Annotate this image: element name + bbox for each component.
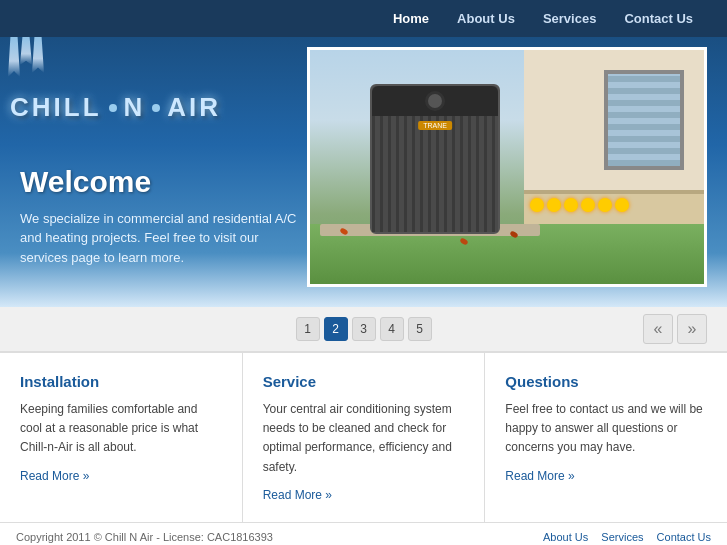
- carousel-nav: 1 2 3 4 5 « »: [0, 307, 727, 352]
- installation-column: Installation Keeping families comfortabl…: [0, 353, 243, 522]
- ac-brand-label: TRANE: [418, 121, 452, 130]
- flower: [564, 198, 578, 212]
- leaf: [459, 237, 468, 245]
- window: [604, 70, 684, 170]
- hero-body: We specialize in commercial and resident…: [20, 209, 300, 268]
- nav-about[interactable]: About Us: [443, 11, 529, 26]
- nav-services[interactable]: Services: [529, 11, 611, 26]
- content-columns: Installation Keeping families comfortabl…: [0, 352, 727, 522]
- service-body: Your central air conditioning system nee…: [263, 400, 465, 477]
- carousel-next-button[interactable]: »: [677, 314, 707, 344]
- ac-fan: [425, 91, 445, 111]
- hero-text-block: Welcome We specialize in commercial and …: [20, 165, 300, 268]
- logo-dot-2: [152, 104, 160, 112]
- ac-scene: TRANE: [310, 50, 704, 284]
- carousel-dot-3[interactable]: 3: [352, 317, 376, 341]
- installation-body: Keeping families comfortable and cool at…: [20, 400, 222, 458]
- carousel-dot-5[interactable]: 5: [408, 317, 432, 341]
- questions-body: Feel free to contact us and we will be h…: [505, 400, 707, 458]
- service-heading: Service: [263, 373, 465, 390]
- flower: [615, 198, 629, 212]
- flower: [581, 198, 595, 212]
- carousel-dot-1[interactable]: 1: [296, 317, 320, 341]
- footer: Copyright 2011 © Chill N Air - License: …: [0, 522, 727, 545]
- flowers: [524, 194, 704, 216]
- hero-heading: Welcome: [20, 165, 300, 199]
- questions-heading: Questions: [505, 373, 707, 390]
- questions-column: Questions Feel free to contact us and we…: [485, 353, 727, 522]
- hero-section: CHILL N AIR Welcome We specialize in com…: [0, 37, 727, 307]
- logo-text-before: CHILL: [10, 92, 102, 123]
- footer-copyright: Copyright 2011 © Chill N Air - License: …: [16, 531, 273, 543]
- footer-link-services[interactable]: Services: [601, 531, 643, 543]
- main-nav: Home About Us Services Contact Us: [0, 0, 727, 37]
- nav-home[interactable]: Home: [379, 11, 443, 26]
- house-wall: [524, 50, 704, 230]
- logo-dot-1: [109, 104, 117, 112]
- service-read-more[interactable]: Read More »: [263, 488, 332, 502]
- hero-image: TRANE: [307, 47, 707, 287]
- installation-heading: Installation: [20, 373, 222, 390]
- service-column: Service Your central air conditioning sy…: [243, 353, 486, 522]
- footer-links: About Us Services Contact Us: [533, 531, 711, 543]
- footer-link-about[interactable]: About Us: [543, 531, 588, 543]
- logo-text-after: AIR: [167, 92, 221, 123]
- carousel-arrows: « »: [643, 314, 707, 344]
- ac-unit-top: [372, 86, 498, 116]
- carousel-dot-2[interactable]: 2: [324, 317, 348, 341]
- questions-read-more[interactable]: Read More »: [505, 469, 574, 483]
- installation-read-more[interactable]: Read More »: [20, 469, 89, 483]
- footer-link-contact[interactable]: Contact Us: [657, 531, 711, 543]
- ac-unit: TRANE: [370, 84, 500, 234]
- ac-grille: [372, 116, 498, 232]
- logo-text-middle: N: [124, 92, 146, 123]
- flower: [530, 198, 544, 212]
- window-slats: [608, 74, 680, 166]
- flower: [598, 198, 612, 212]
- flower: [547, 198, 561, 212]
- carousel-dot-4[interactable]: 4: [380, 317, 404, 341]
- carousel-prev-button[interactable]: «: [643, 314, 673, 344]
- nav-contact[interactable]: Contact Us: [610, 11, 707, 26]
- logo: CHILL N AIR: [10, 47, 221, 123]
- grass: [310, 224, 704, 284]
